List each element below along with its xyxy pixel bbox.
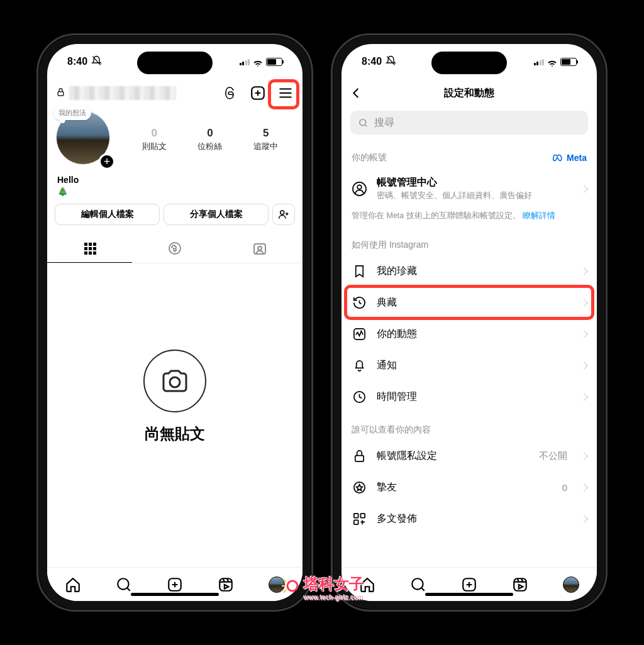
archive-icon	[352, 295, 367, 310]
status-time: 8:40	[67, 56, 87, 67]
learn-more-link[interactable]: 瞭解詳情	[523, 211, 555, 220]
svg-rect-7	[89, 247, 92, 250]
lock-icon	[56, 87, 65, 99]
account-center-desc: 管理你在 Meta 技術上的互聯體驗和帳號設定。 瞭解詳情	[352, 210, 587, 222]
threads-icon[interactable]	[222, 85, 238, 101]
svg-rect-27	[360, 514, 365, 518]
search-input[interactable]: 搜尋	[350, 111, 588, 135]
camera-icon	[143, 350, 206, 412]
nav-reels-icon[interactable]	[218, 576, 234, 593]
stat-posts[interactable]: 0 則貼文	[142, 127, 167, 152]
nav-search-icon[interactable]	[410, 576, 426, 593]
row-close-friends[interactable]: 摯友 0	[341, 472, 597, 504]
note-bubble[interactable]: 我的想法	[53, 106, 91, 120]
svg-rect-8	[93, 247, 96, 250]
stat-following-value: 5	[253, 127, 278, 140]
edit-profile-button[interactable]: 編輯個人檔案	[55, 204, 160, 225]
svg-rect-5	[93, 243, 96, 246]
row-privacy-trail: 不公開	[539, 450, 567, 462]
svg-rect-4	[89, 243, 92, 246]
profile-bio: 🎄	[47, 186, 303, 196]
svg-rect-13	[254, 244, 265, 254]
status-time: 8:40	[362, 56, 382, 67]
svg-point-15	[170, 377, 180, 387]
stat-posts-value: 0	[142, 127, 167, 140]
chevron-right-icon	[580, 393, 588, 401]
back-button[interactable]	[349, 79, 363, 107]
row-saved[interactable]: 我的珍藏	[341, 256, 597, 287]
discover-people-button[interactable]	[272, 204, 295, 225]
svg-rect-28	[353, 521, 358, 525]
bookmark-icon	[352, 264, 367, 278]
nav-create-icon[interactable]	[167, 576, 183, 593]
lock-icon	[352, 449, 367, 463]
chevron-right-icon	[580, 452, 588, 460]
profile-display-name: Hello	[47, 168, 303, 186]
no-posts-label: 尚無貼文	[145, 424, 205, 444]
activity-icon	[352, 327, 367, 341]
home-indicator[interactable]	[425, 593, 513, 596]
bell-icon	[352, 358, 367, 373]
profile-avatar[interactable]: 我的想法 +	[56, 111, 114, 168]
watermark: 塔科女子 www.tech-girlz.com	[280, 574, 364, 601]
svg-rect-9	[84, 251, 87, 255]
nav-search-icon[interactable]	[116, 576, 132, 593]
cellular-icon	[240, 58, 250, 65]
screen-settings: 8:40 設定和動態	[341, 44, 597, 601]
row-archive[interactable]: 典藏	[341, 287, 597, 319]
stat-followers[interactable]: 0 位粉絲	[197, 127, 222, 152]
svg-rect-11	[93, 251, 96, 255]
row-crossposting[interactable]: 多文發佈	[341, 504, 597, 535]
meta-logo: Meta	[553, 153, 587, 163]
battery-icon	[560, 58, 577, 66]
nav-profile-icon[interactable]	[563, 576, 579, 593]
share-profile-button[interactable]: 分享個人檔案	[164, 204, 269, 225]
svg-point-2	[280, 211, 284, 214]
chevron-right-icon	[580, 483, 588, 492]
tab-tagged[interactable]	[218, 234, 303, 263]
battery-icon	[266, 58, 282, 66]
stat-following[interactable]: 5 追蹤中	[253, 127, 278, 152]
crosspost-icon	[352, 512, 367, 526]
nav-reels-icon[interactable]	[512, 576, 528, 593]
tab-grid[interactable]	[47, 234, 132, 263]
empty-state: 尚無貼文	[47, 263, 303, 567]
create-post-icon[interactable]	[250, 85, 266, 101]
svg-point-32	[287, 581, 297, 591]
section-who-can-see: 誰可以查看你的內容	[341, 413, 597, 441]
svg-rect-6	[84, 247, 87, 250]
add-story-icon[interactable]: +	[99, 153, 115, 170]
section-usage: 如何使用 Instagram	[341, 228, 597, 256]
nav-home-icon[interactable]	[65, 576, 81, 593]
stat-followers-value: 0	[197, 127, 222, 140]
chevron-right-icon	[580, 330, 588, 338]
row-privacy[interactable]: 帳號隱私設定 不公開	[341, 441, 597, 472]
svg-rect-3	[84, 243, 87, 246]
username-area[interactable]	[56, 84, 216, 102]
wifi-icon	[547, 58, 557, 65]
section-your-account: 你的帳號 Meta	[341, 141, 597, 168]
nav-create-icon[interactable]	[461, 576, 477, 593]
row-account-center[interactable]: 帳號管理中心 密碼、帳號安全、個人詳細資料、廣告偏好	[341, 168, 597, 209]
chevron-right-icon	[580, 515, 588, 523]
row-time-management[interactable]: 時間管理	[341, 382, 597, 413]
svg-rect-0	[58, 91, 64, 95]
clock-icon	[352, 390, 367, 404]
stat-following-label: 追蹤中	[253, 141, 278, 152]
wifi-icon	[253, 58, 263, 65]
stat-posts-label: 則貼文	[142, 141, 167, 152]
home-indicator[interactable]	[131, 593, 219, 596]
phone-right: 8:40 設定和動態	[331, 33, 608, 612]
row-notifications[interactable]: 通知	[341, 350, 597, 382]
phone-left: 8:40	[36, 33, 313, 612]
row-activity[interactable]: 你的動態	[341, 319, 597, 350]
row-account-center-sub: 密碼、帳號安全、個人詳細資料、廣告偏好	[377, 190, 571, 201]
dynamic-island	[137, 52, 213, 74]
row-close-friends-trail: 0	[562, 482, 567, 493]
chevron-right-icon	[580, 185, 588, 193]
svg-rect-24	[355, 456, 363, 462]
chevron-right-icon	[580, 361, 588, 370]
tab-reels[interactable]	[132, 234, 217, 263]
hamburger-menu-icon[interactable]	[277, 85, 294, 101]
star-icon	[352, 480, 367, 495]
